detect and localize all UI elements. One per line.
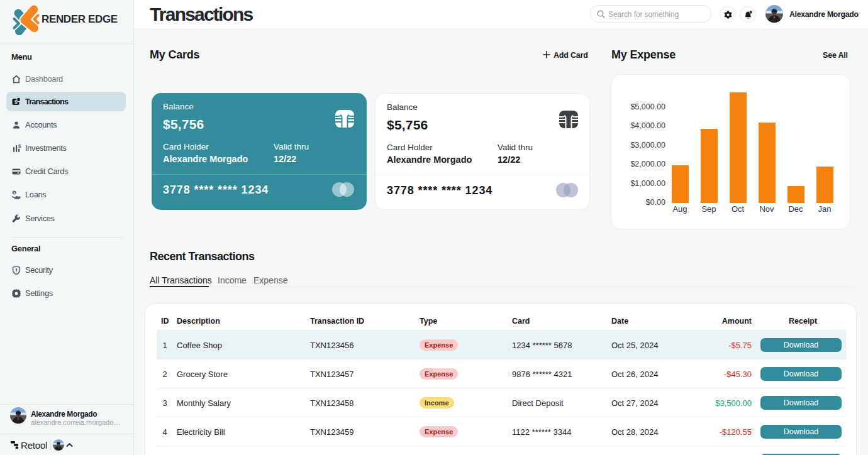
svg-text:$: $ bbox=[18, 143, 21, 149]
